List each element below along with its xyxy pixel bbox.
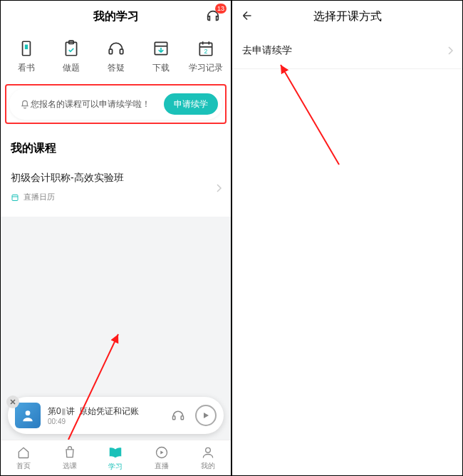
bottom-tabbar: 首页 选课 学习 直播 我的 (1, 440, 231, 475)
chevron-right-icon (447, 46, 454, 56)
player-thumbnail (15, 403, 41, 428)
tab-label: 首页 (16, 461, 31, 471)
tab-courses[interactable]: 选课 (47, 440, 93, 475)
left-screen: 我的学习 13 看书 做题 答疑 下载 (1, 1, 232, 475)
player-audio-button[interactable] (168, 405, 188, 425)
clipboard-icon (62, 39, 80, 58)
player-close-button[interactable] (6, 395, 19, 408)
home-icon (16, 445, 31, 460)
back-button[interactable] (239, 8, 255, 24)
arrow-left-icon (239, 8, 255, 24)
headphones-icon (171, 408, 185, 423)
right-screen: 选择开课方式 去申请续学 (232, 1, 462, 475)
bag-icon (63, 445, 77, 460)
svg-text:2: 2 (204, 48, 207, 55)
right-header: 选择开课方式 (232, 1, 462, 32)
download-icon (152, 39, 170, 58)
course-sub: 直播日历 (11, 192, 221, 202)
tab-label: 我的 (201, 461, 215, 471)
player-title: 第0▮讲 原始凭证和记账 (48, 405, 161, 418)
tab-home[interactable]: 首页 (1, 440, 47, 475)
nav-download[interactable]: 下载 (141, 39, 181, 74)
empty-area (1, 217, 231, 475)
svg-point-10 (26, 410, 31, 415)
player-time: 00:49 (48, 418, 161, 425)
my-courses-heading: 我的课程 (1, 124, 231, 165)
mini-player[interactable]: 第0▮讲 原始凭证和记账 00:49 (8, 397, 224, 434)
svg-rect-1 (24, 45, 27, 50)
tab-me[interactable]: 我的 (184, 440, 231, 475)
left-header: 我的学习 13 (1, 1, 231, 32)
annotation-arrow-right (268, 58, 353, 172)
apply-renew-button[interactable]: 申请续学 (164, 93, 218, 115)
notifications-button[interactable]: 13 (205, 8, 221, 24)
renew-banner-highlight: 您报名的课程可以申请续学啦！ 申请续学 (1, 84, 231, 124)
svg-rect-4 (109, 49, 112, 54)
banner-text: 您报名的课程可以申请续学啦！ (31, 98, 164, 110)
nav-history[interactable]: 2 学习记录 (186, 39, 226, 74)
notifications-badge: 13 (215, 4, 227, 14)
bell-icon (19, 98, 31, 110)
nav-label: 做题 (63, 62, 80, 74)
apply-renew-row[interactable]: 去申请续学 (232, 32, 462, 69)
page-title: 选择开课方式 (313, 9, 382, 24)
tab-label: 选课 (63, 461, 77, 471)
book-icon (17, 39, 36, 58)
person-icon (201, 445, 215, 460)
nav-label: 答疑 (108, 62, 125, 74)
tab-label: 直播 (155, 461, 169, 471)
svg-line-16 (281, 65, 339, 165)
course-row[interactable]: 初级会计职称-高效实验班 直播日历 (1, 165, 231, 211)
nav-exercise[interactable]: 做题 (51, 39, 91, 74)
nav-label: 看书 (18, 62, 35, 74)
chevron-right-icon (215, 183, 222, 193)
svg-point-15 (205, 447, 210, 452)
open-book-icon (108, 445, 123, 460)
nav-qa[interactable]: 答疑 (96, 39, 136, 74)
top-nav: 看书 做题 答疑 下载 2 学习记录 (1, 32, 231, 84)
play-circle-icon (155, 445, 169, 460)
tab-label: 学习 (108, 462, 123, 472)
page-title: 我的学习 (93, 9, 139, 24)
course-sub-label: 直播日历 (24, 192, 55, 202)
renew-banner: 您报名的课程可以申请续学啦！ 申请续学 (9, 88, 222, 120)
nav-label: 下载 (152, 62, 170, 74)
nav-label: 学习记录 (189, 62, 223, 74)
svg-rect-5 (120, 49, 123, 54)
svg-rect-12 (181, 416, 183, 420)
close-icon (9, 398, 16, 405)
row-label: 去申请续学 (242, 44, 292, 57)
play-icon (202, 411, 210, 420)
player-play-button[interactable] (195, 405, 217, 426)
svg-rect-11 (173, 416, 175, 420)
tab-study[interactable]: 学习 (93, 440, 139, 475)
nav-read[interactable]: 看书 (6, 39, 46, 74)
course-name: 初级会计职称-高效实验班 (11, 172, 221, 185)
svg-rect-9 (12, 195, 18, 200)
player-meta: 第0▮讲 原始凭证和记账 00:49 (48, 405, 161, 425)
calendar-small-icon (11, 193, 19, 202)
calendar-icon: 2 (197, 39, 215, 58)
headphones-icon (107, 39, 125, 58)
tab-live[interactable]: 直播 (139, 440, 185, 475)
